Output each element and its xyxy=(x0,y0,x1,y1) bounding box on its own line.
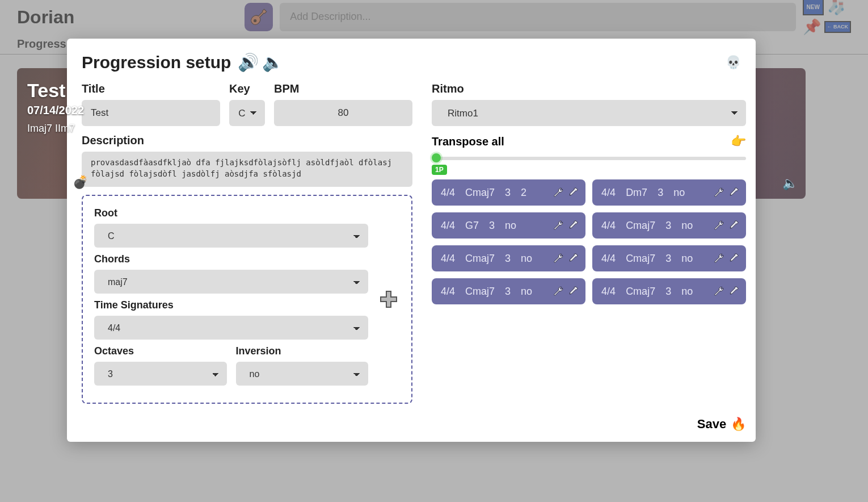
eyedropper-icon[interactable] xyxy=(567,286,579,297)
card-chords: Imaj7 IIm7 xyxy=(17,123,806,135)
skull-icon[interactable]: 💀 xyxy=(726,55,741,70)
chords-select[interactable]: maj7 xyxy=(94,270,368,294)
root-select[interactable]: C xyxy=(94,224,368,248)
eyedropper-icon[interactable] xyxy=(567,253,579,264)
chip-inversion: no xyxy=(681,253,693,265)
chord-chip[interactable]: 4/4Cmaj73no xyxy=(592,245,746,271)
chord-chip[interactable]: 4/4Cmaj73no xyxy=(592,212,746,239)
chord-chip[interactable]: 4/4Cmaj732 xyxy=(432,179,585,206)
chord-chip[interactable]: 4/4G73no xyxy=(432,212,585,239)
chip-chord: Cmaj7 xyxy=(465,187,495,199)
speaker-muted-icon[interactable]: 🔈 xyxy=(782,176,798,191)
chip-time-signature: 4/4 xyxy=(601,187,616,199)
label-octaves: Octaves xyxy=(94,345,227,357)
chip-chord: G7 xyxy=(465,220,479,232)
chip-octave: 3 xyxy=(665,253,671,265)
wrench-icon[interactable] xyxy=(713,253,724,264)
chip-inversion: no xyxy=(673,187,685,199)
transpose-slider[interactable]: 1P xyxy=(432,152,746,169)
label-description: Description xyxy=(82,134,412,147)
eyedropper-icon[interactable] xyxy=(728,187,739,198)
label-chords: Chords xyxy=(94,253,368,265)
chip-inversion: no xyxy=(505,220,516,232)
chip-time-signature: 4/4 xyxy=(441,286,455,298)
chip-octave: 3 xyxy=(665,220,671,232)
chip-time-signature: 4/4 xyxy=(601,253,616,265)
chip-octave: 3 xyxy=(505,187,511,199)
wrench-icon[interactable] xyxy=(553,187,564,198)
save-button[interactable]: Save xyxy=(697,417,726,432)
chip-chord: Cmaj7 xyxy=(626,220,655,232)
wrench-icon[interactable] xyxy=(713,220,724,231)
eyedropper-icon[interactable] xyxy=(728,220,739,231)
chip-time-signature: 4/4 xyxy=(441,253,455,265)
chip-inversion: no xyxy=(521,253,532,265)
time-signature-select[interactable]: 4/4 xyxy=(94,316,368,340)
wrench-icon[interactable] xyxy=(713,286,724,297)
chip-time-signature: 4/4 xyxy=(441,220,455,232)
chip-octave: 3 xyxy=(658,187,663,199)
octaves-select[interactable]: 3 xyxy=(94,362,227,386)
point-right-icon[interactable]: 👉 xyxy=(731,134,746,149)
card-date: 07/14/2022 xyxy=(17,104,806,123)
wrench-icon[interactable] xyxy=(553,286,564,297)
modal-right-column: Ritmo Ritmo1 Transpose all 👉 1P 4/4Cmaj7… xyxy=(432,82,746,432)
slider-track xyxy=(434,157,746,160)
description-textarea[interactable] xyxy=(82,152,412,187)
slider-value-badge: 1P xyxy=(432,165,447,175)
chip-chord: Cmaj7 xyxy=(465,253,495,265)
chip-octave: 3 xyxy=(505,253,511,265)
card-title: Test xyxy=(17,68,806,104)
chip-inversion: no xyxy=(681,220,693,232)
label-time-signatures: Time Signatures xyxy=(94,299,368,311)
chip-chord: Dm7 xyxy=(626,187,647,199)
chord-chips-grid: 4/4Cmaj7324/4Dm73no4/4G73no4/4Cmaj73no4/… xyxy=(432,179,746,304)
chip-octave: 3 xyxy=(665,286,671,298)
add-chord-button[interactable] xyxy=(377,288,400,311)
eyedropper-icon[interactable] xyxy=(728,286,739,297)
inversion-select[interactable]: no xyxy=(236,362,369,386)
chip-chord: Cmaj7 xyxy=(465,286,495,298)
label-root: Root xyxy=(94,207,368,219)
chip-inversion: 2 xyxy=(521,187,526,199)
chord-chip[interactable]: 4/4Cmaj73no xyxy=(592,278,746,304)
wrench-icon[interactable] xyxy=(713,187,724,198)
chord-chip[interactable]: 4/4Cmaj73no xyxy=(432,245,585,271)
chord-chip[interactable]: 4/4Cmaj73no xyxy=(432,278,585,304)
wrench-icon[interactable] xyxy=(553,253,564,264)
wrench-icon[interactable] xyxy=(553,220,564,231)
label-inversion: Inversion xyxy=(236,345,369,357)
fire-icon[interactable]: 🔥 xyxy=(731,417,746,432)
eyedropper-icon[interactable] xyxy=(567,220,579,231)
chord-editor-panel: Root C Chords maj7 Time Signatures xyxy=(82,195,412,404)
chip-inversion: no xyxy=(681,286,693,298)
chip-time-signature: 4/4 xyxy=(441,187,455,199)
chip-inversion: no xyxy=(521,286,532,298)
chip-time-signature: 4/4 xyxy=(601,286,616,298)
chip-octave: 3 xyxy=(489,220,495,232)
eyedropper-icon[interactable] xyxy=(567,187,579,198)
chip-time-signature: 4/4 xyxy=(601,220,616,232)
bomb-icon[interactable]: 💣 xyxy=(73,175,88,190)
label-transpose-all: Transpose all xyxy=(432,135,504,148)
chip-chord: Cmaj7 xyxy=(626,286,655,298)
eyedropper-icon[interactable] xyxy=(728,253,739,264)
chip-chord: Cmaj7 xyxy=(626,253,655,265)
slider-thumb[interactable] xyxy=(432,153,441,162)
modal-left-column: Title Key C BPM Description xyxy=(82,82,412,432)
chip-octave: 3 xyxy=(505,286,511,298)
chord-chip[interactable]: 4/4Dm73no xyxy=(592,179,746,206)
